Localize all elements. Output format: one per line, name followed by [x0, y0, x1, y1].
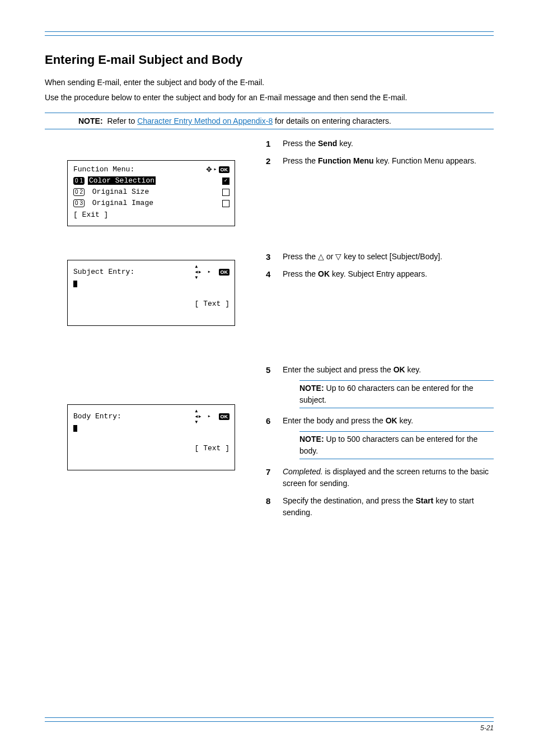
dpad-ok-icon: ▴◂ ▸▾ ▸ OK: [194, 264, 229, 281]
lcd-function-menu: Function Menu: ✥▸OK 0 1Color Selection ✓…: [67, 160, 235, 226]
page-title: Entering E-mail Subject and Body: [45, 50, 494, 69]
intro-paragraph-1: When sending E-mail, enter the subject a…: [45, 77, 494, 88]
checkbox-empty-icon: [222, 189, 229, 196]
lcd1-title: Function Menu:: [73, 164, 134, 175]
lcd1-item-2: Original Size: [88, 188, 149, 196]
step-3: Press the △ or ▽ key to select [Subject/…: [266, 251, 494, 263]
note-text-before: Refer to: [107, 116, 137, 125]
note-body-limit: NOTE:Up to 500 characters can be entered…: [299, 431, 494, 459]
checkbox-empty-icon: [222, 200, 229, 207]
key-send: Send: [318, 139, 337, 148]
lcd2-footer-right: [ Text ]: [195, 298, 229, 310]
note-label: NOTE:: [299, 384, 324, 393]
note-text-after: for details on entering characters.: [273, 116, 391, 125]
note-label: NOTE:: [78, 116, 103, 125]
key-ok: OK: [386, 416, 397, 425]
step-4: Press the OK key. Subject Entry appears.: [266, 268, 494, 280]
intro-paragraph-2: Use the procedure below to enter the sub…: [45, 92, 494, 104]
lcd1-footer-left: [ Exit ]: [73, 209, 108, 221]
step-7: Completed. is displayed and the screen r…: [266, 466, 494, 489]
page-number: 5-21: [45, 723, 494, 733]
lcd3-title: Body Entry:: [73, 411, 121, 422]
step-5: Enter the subject and press the OK key. …: [266, 364, 494, 408]
lcd-body-entry: Body Entry: ▴◂ ▸▾ ▸ OK [ Text ]: [67, 404, 235, 470]
key-start: Start: [415, 496, 433, 505]
key-ok: OK: [394, 365, 405, 374]
lcd1-item-3: Original Image: [88, 199, 153, 207]
lcd3-footer-right: [ Text ]: [195, 443, 229, 454]
note-main: NOTE: Refer to Character Entry Method on…: [45, 113, 494, 129]
dpad-ok-icon: ✥▸OK: [206, 164, 229, 175]
step-8: Specify the destination, and press the S…: [266, 495, 494, 519]
note-body-text: Up to 500 characters can be entered for …: [299, 435, 477, 455]
cursor-icon: [73, 281, 77, 287]
checkbox-checked-icon: ✓: [222, 178, 229, 185]
completed-text: Completed.: [283, 467, 323, 476]
note-subject-text: Up to 60 characters can be entered for t…: [299, 384, 474, 404]
step-6: Enter the body and press the OK key. NOT…: [266, 415, 494, 459]
note-link[interactable]: Character Entry Method on Appendix-8: [137, 116, 273, 125]
lcd1-num-3: 0 3: [73, 199, 85, 207]
lcd1-num-1: 0 1: [73, 177, 85, 185]
intro-block: When sending E-mail, enter the subject a…: [45, 77, 494, 104]
key-function-menu: Function Menu: [318, 156, 374, 165]
dpad-ok-icon: ▴◂ ▸▾ ▸ OK: [194, 408, 229, 425]
lcd1-num-2: 0 2: [73, 188, 85, 196]
note-label: NOTE:: [299, 435, 324, 444]
footer-rule: [45, 717, 494, 722]
step-2: Press the Function Menu key. Function Me…: [266, 155, 494, 167]
triangle-up-icon: △: [318, 252, 324, 261]
triangle-down-icon: ▽: [335, 252, 341, 261]
lcd2-title: Subject Entry:: [73, 267, 134, 278]
note-subject-limit: NOTE:Up to 60 characters can be entered …: [299, 380, 494, 408]
lcd1-item-1: Color Selection: [88, 176, 156, 185]
header-rule: [45, 31, 494, 36]
step-1: Press the Send key.: [266, 138, 494, 150]
cursor-icon: [73, 425, 77, 432]
lcd-subject-entry: Subject Entry: ▴◂ ▸▾ ▸ OK [ Text ]: [67, 260, 235, 326]
key-ok: OK: [318, 269, 330, 278]
